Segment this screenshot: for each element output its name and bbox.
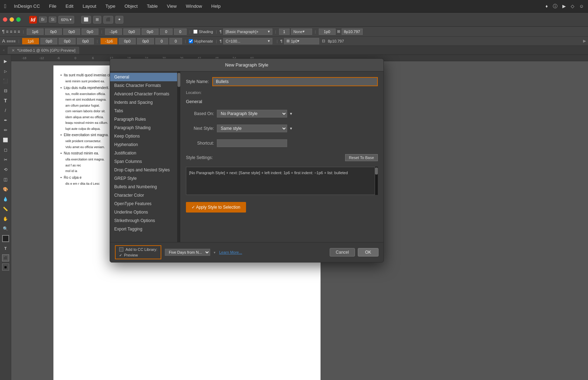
shape-tool[interactable]: ◻ xyxy=(1,146,10,154)
space-before-input[interactable]: 0p0 xyxy=(82,28,98,35)
cancel-btn[interactable]: Cancel xyxy=(330,248,355,256)
columns-input[interactable] xyxy=(279,28,290,35)
frame-tool[interactable]: ⬜ xyxy=(1,136,10,144)
sync-icon[interactable]: ▶ xyxy=(562,4,566,9)
char-input3[interactable] xyxy=(59,38,76,44)
st-btn[interactable]: St xyxy=(49,17,56,23)
dropbox-icon[interactable]: ♦ xyxy=(545,4,548,9)
val6-input[interactable] xyxy=(123,28,140,35)
learn-more-link[interactable]: Learn More... xyxy=(219,250,242,254)
hyphenate-checkbox[interactable] xyxy=(189,39,193,43)
left-panel-item-para-rules[interactable]: Paragraph Rules xyxy=(110,115,177,124)
mode-btn[interactable]: ✦ xyxy=(115,16,123,24)
collapse-icon[interactable]: « xyxy=(3,48,5,52)
align-center-icon[interactable]: ≡ xyxy=(10,29,12,34)
style-name-input[interactable] xyxy=(212,77,378,86)
line-tool[interactable]: / xyxy=(1,106,10,115)
gradient-tool[interactable]: ◫ xyxy=(1,175,10,184)
char-input8[interactable] xyxy=(155,38,168,44)
next-style-select[interactable]: Same style xyxy=(217,125,287,132)
left-panel-item-bullets[interactable]: Bullets and Numbering xyxy=(110,183,177,191)
menu-file[interactable]: File xyxy=(48,3,58,10)
char-input7[interactable] xyxy=(137,38,154,44)
align-left-icon[interactable]: ≡ xyxy=(6,29,8,34)
document-tab[interactable]: ✕ *Untitled-1 @ 60% [GPU Preview] xyxy=(8,47,79,54)
col2-dropdown[interactable]: ⊞ 1p0 ▾ xyxy=(284,38,319,44)
left-panel-item-underline[interactable]: Underline Options xyxy=(110,208,177,216)
based-on-chevron[interactable]: ▾ xyxy=(290,111,292,116)
apple-menu[interactable]:  xyxy=(4,3,6,10)
char-input1[interactable] xyxy=(22,38,39,44)
left-panel-item-basic-char[interactable]: Basic Character Formats xyxy=(110,81,177,90)
left-panel-item-drop-caps[interactable]: Drop Caps and Nested Styles xyxy=(110,166,177,174)
left-panel-item-strikethrough[interactable]: Strikethrough Options xyxy=(110,216,177,225)
left-panel-item-opentype[interactable]: OpenType Features xyxy=(110,200,177,208)
left-panel-item-indents[interactable]: Indents and Spacing xyxy=(110,98,177,107)
left-panel-item-advanced-char[interactable]: Advanced Character Formats xyxy=(110,90,177,98)
reset-to-base-btn[interactable]: Reset To Base xyxy=(345,154,378,161)
tab-close-btn[interactable]: ✕ xyxy=(12,48,15,52)
left-panel-item-para-shading[interactable]: Paragraph Shading xyxy=(110,124,177,132)
next-style-chevron[interactable]: ▾ xyxy=(290,126,292,131)
val8-input[interactable] xyxy=(160,28,173,35)
menu-layout[interactable]: Layout xyxy=(81,3,98,10)
layout-btn[interactable]: ⊞ xyxy=(93,16,101,24)
pencil-tool[interactable]: ✏ xyxy=(1,126,10,134)
shading-checkbox[interactable] xyxy=(193,30,198,34)
settings-scrollbar[interactable] xyxy=(375,167,378,195)
left-panel-item-general[interactable]: General xyxy=(110,73,177,81)
menu-table[interactable]: Table xyxy=(146,3,159,10)
scissors-tool[interactable]: ✂ xyxy=(1,156,10,164)
window-maximize-btn[interactable] xyxy=(16,17,21,22)
left-panel-scrollbar[interactable] xyxy=(177,71,180,242)
menu-type[interactable]: Type xyxy=(104,3,117,10)
gutter-input[interactable] xyxy=(319,28,336,35)
left-panel-item-justification[interactable]: Justification xyxy=(110,149,177,157)
shortcut-input[interactable] xyxy=(217,139,287,147)
width-input[interactable] xyxy=(342,28,363,35)
gap-tool[interactable]: ⊟ xyxy=(1,87,10,95)
pen-tool[interactable]: ✒ xyxy=(1,116,10,125)
menu-edit[interactable]: Edit xyxy=(64,3,75,10)
right-indent-input[interactable]: 0p0 xyxy=(45,28,62,35)
first-indent-input[interactable]: 0p0 xyxy=(63,28,80,35)
more-icon[interactable]: ▶ xyxy=(583,39,586,43)
char-input4[interactable] xyxy=(77,38,94,44)
eyedropper-tool[interactable]: 💧 xyxy=(1,195,10,203)
val9-input[interactable] xyxy=(174,28,187,35)
val7-input[interactable] xyxy=(142,28,159,35)
behance-icon[interactable]: ◇ xyxy=(571,4,574,9)
bracket-btn[interactable]: Br xyxy=(39,17,47,23)
char-input5[interactable] xyxy=(101,38,117,44)
page-tool[interactable]: ⬛ xyxy=(1,77,10,85)
menu-window[interactable]: Window xyxy=(185,3,203,10)
frame-tool-btn[interactable]: ⬜ xyxy=(81,16,91,24)
left-panel-item-span-cols[interactable]: Span Columns xyxy=(110,157,177,166)
zoom-dropdown[interactable]: 60% ▾ xyxy=(58,16,74,24)
library-dropdown[interactable]: Five Days from N... xyxy=(165,249,210,256)
left-indent-input[interactable]: 1p6 xyxy=(27,28,44,35)
val5-input[interactable] xyxy=(105,28,122,35)
frame-btn2[interactable]: ⬛ xyxy=(2,254,9,261)
window-minimize-btn[interactable] xyxy=(9,17,14,22)
char-input6[interactable] xyxy=(119,38,136,44)
menu-object[interactable]: Object xyxy=(123,3,139,10)
menu-view[interactable]: View xyxy=(166,3,178,10)
left-panel-item-grep[interactable]: GREP Style xyxy=(110,174,177,183)
left-panel-item-tabs[interactable]: Tabs xyxy=(110,107,177,115)
char-input9[interactable] xyxy=(169,38,182,44)
left-panel-item-export[interactable]: Export Tagging xyxy=(110,225,177,233)
zoom-tool[interactable]: 🔍 xyxy=(1,224,10,233)
left-panel-item-hyphenation[interactable]: Hyphenation xyxy=(110,140,177,149)
chevron-library-icon[interactable]: ▾ xyxy=(214,251,215,254)
based-on-select[interactable]: No Paragraph Style xyxy=(217,110,287,118)
align-justify-icon[interactable]: ≡ xyxy=(18,29,20,34)
fill-color[interactable] xyxy=(2,235,9,242)
color-theme[interactable]: 🎨 xyxy=(1,185,10,194)
char-input2[interactable] xyxy=(40,38,57,44)
ok-btn[interactable]: OK xyxy=(358,248,379,256)
type-tool2[interactable]: T xyxy=(1,244,10,253)
user-icon[interactable]: ☺ xyxy=(579,4,584,9)
hand-tool[interactable]: ✋ xyxy=(1,215,10,223)
free-transform[interactable]: ⟲ xyxy=(1,165,10,174)
